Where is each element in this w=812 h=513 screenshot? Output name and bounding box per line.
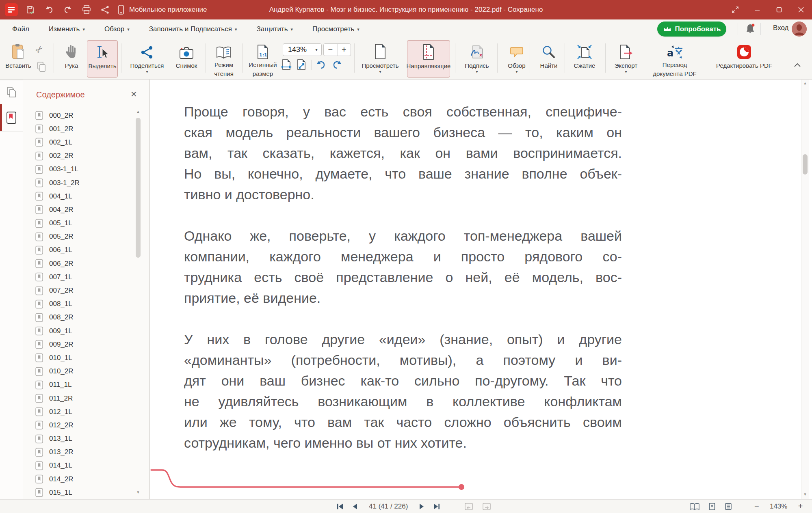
- ink-annotation[interactable]: [150, 463, 475, 495]
- bookmark-item[interactable]: 003-1_1L: [23, 163, 133, 176]
- zoom-combobox[interactable]: 143% ▾: [283, 43, 322, 56]
- document-page[interactable]: Проще говоря, у вас есть своя собственна…: [149, 80, 801, 499]
- copy-button[interactable]: [37, 61, 46, 73]
- maximize-button[interactable]: [768, 0, 790, 19]
- zoom-out-button[interactable]: −: [324, 44, 338, 56]
- previous-page-button[interactable]: [352, 503, 358, 510]
- export-button[interactable]: Экспорт ▾: [608, 40, 643, 78]
- next-page-button[interactable]: [418, 503, 425, 510]
- actual-size-button[interactable]: 1:1 Истинный размер: [245, 40, 281, 78]
- undo-button-toolbar[interactable]: [316, 60, 327, 70]
- bookmark-item[interactable]: 013_1L: [23, 432, 133, 446]
- bookmark-item[interactable]: 002_1L: [23, 136, 133, 149]
- doc-scrollbar-thumb[interactable]: [803, 154, 808, 175]
- page-indicator[interactable]: 41 (41 / 226): [369, 502, 408, 511]
- snapshot-button[interactable]: Снимок: [170, 40, 203, 78]
- last-page-button[interactable]: [433, 503, 440, 510]
- next-view-button[interactable]: [482, 502, 492, 511]
- app-logo-icon[interactable]: [5, 3, 18, 16]
- bookmark-item[interactable]: 006_2R: [23, 257, 133, 270]
- bookmark-item[interactable]: 014_2R: [23, 472, 133, 486]
- bookmark-item[interactable]: 008_1L: [23, 297, 133, 311]
- single-page-view-button[interactable]: [708, 502, 716, 511]
- redo-button-toolbar[interactable]: [331, 60, 342, 70]
- bookmark-item[interactable]: 012_2R: [23, 418, 133, 432]
- bookmark-item[interactable]: 011_1L: [23, 378, 133, 392]
- fit-width-button[interactable]: [280, 59, 292, 71]
- bookmark-item[interactable]: 010_2R: [23, 365, 133, 378]
- menu-item-4[interactable]: Защитить▾: [256, 25, 293, 33]
- scroll-up-arrow[interactable]: ▲: [135, 110, 141, 114]
- status-zoom-value[interactable]: 143%: [767, 502, 790, 511]
- avatar[interactable]: [792, 22, 807, 37]
- signature-button[interactable]: x Подпись ▾: [458, 40, 496, 78]
- doc-scroll-up-arrow[interactable]: ▲: [801, 81, 809, 85]
- minimize-button[interactable]: [746, 0, 768, 19]
- menu-item-2[interactable]: Обзор▾: [104, 25, 130, 33]
- bookmark-item[interactable]: 004_1L: [23, 190, 133, 203]
- collapse-toolbar-button[interactable]: [793, 62, 802, 68]
- bookmark-item[interactable]: 008_2R: [23, 311, 133, 324]
- close-panel-button[interactable]: ✕: [130, 89, 137, 99]
- bookmark-item[interactable]: 004_2R: [23, 203, 133, 216]
- fit-page-button[interactable]: [296, 59, 307, 71]
- paste-button[interactable]: Вставить: [2, 40, 34, 78]
- bookmark-item[interactable]: 005_2R: [23, 230, 133, 244]
- previous-view-button[interactable]: [464, 502, 474, 511]
- menu-item-3[interactable]: Заполнить и Подписаться▾: [149, 25, 237, 33]
- login-label[interactable]: Вход: [773, 24, 788, 32]
- print-button[interactable]: [77, 0, 96, 19]
- tab-thumbnails[interactable]: [0, 80, 23, 104]
- first-page-button[interactable]: [336, 503, 344, 510]
- cut-button[interactable]: ✂: [36, 44, 43, 55]
- two-page-view-button[interactable]: [689, 502, 700, 511]
- read-mode-button[interactable]: Режим чтения: [208, 40, 240, 78]
- select-tool-button[interactable]: Выделить: [87, 40, 118, 78]
- scroll-down-arrow[interactable]: ▼: [135, 490, 141, 494]
- scrollbar-thumb[interactable]: [136, 118, 141, 258]
- bookmark-item[interactable]: 009_1L: [23, 324, 133, 338]
- bookmark-item[interactable]: 001_2R: [23, 122, 133, 136]
- bookmark-item[interactable]: 012_1L: [23, 405, 133, 418]
- status-zoom-out-button[interactable]: −: [754, 502, 759, 511]
- notifications-button[interactable]: [745, 23, 757, 35]
- bookmark-item[interactable]: 015_1L: [23, 486, 133, 499]
- translate-button[interactable]: а Перевод документа PDF: [649, 40, 700, 78]
- share-document-button[interactable]: Поделиться ▾: [126, 40, 168, 78]
- bookmark-item[interactable]: 014_1L: [23, 459, 133, 472]
- undo-button[interactable]: [40, 0, 58, 19]
- edit-pdf-button[interactable]: Редактировать PDF: [707, 40, 782, 78]
- bookmark-item[interactable]: 000_2R: [23, 109, 133, 122]
- bookmark-item[interactable]: 010_1L: [23, 351, 133, 364]
- zoom-in-button[interactable]: +: [338, 44, 351, 56]
- menu-item-5[interactable]: Просмотреть▾: [312, 25, 359, 33]
- bookmark-item[interactable]: 009_2R: [23, 338, 133, 351]
- review-button[interactable]: Обзор ▾: [500, 40, 533, 78]
- view-button[interactable]: Просмотреть ▾: [359, 40, 401, 78]
- bookmark-item[interactable]: 005_1L: [23, 217, 133, 230]
- status-zoom-in-button[interactable]: +: [798, 502, 803, 511]
- menu-item-0[interactable]: Файл: [12, 25, 29, 33]
- share-button[interactable]: [96, 0, 115, 19]
- bookmark-item[interactable]: 007_2R: [23, 284, 133, 297]
- save-button[interactable]: [21, 0, 40, 19]
- doc-scroll-down-arrow[interactable]: ▼: [801, 492, 809, 496]
- bookmark-item[interactable]: 011_2R: [23, 392, 133, 405]
- document-scrollbar[interactable]: [801, 80, 809, 499]
- close-button[interactable]: [790, 0, 812, 19]
- hand-tool-button[interactable]: Рука: [57, 40, 86, 78]
- mobile-app-button[interactable]: Мобильное приложение: [117, 4, 207, 15]
- menu-item-1[interactable]: Изменить▾: [49, 25, 85, 33]
- bookmark-item[interactable]: 013_2R: [23, 446, 133, 459]
- find-button[interactable]: Найти: [533, 40, 565, 78]
- bookmark-item[interactable]: 007_1L: [23, 270, 133, 284]
- redo-button[interactable]: [58, 0, 77, 19]
- fullscreen-button[interactable]: [724, 0, 746, 19]
- try-premium-button[interactable]: Попробовать: [657, 22, 726, 37]
- bookmark-item[interactable]: 003-1_2R: [23, 176, 133, 190]
- bookmark-item[interactable]: 006_1L: [23, 244, 133, 257]
- tab-bookmarks[interactable]: [0, 104, 23, 131]
- bookmark-item[interactable]: 002_2R: [23, 149, 133, 163]
- chevron-down-icon[interactable]: ▾: [312, 47, 321, 52]
- guides-button[interactable]: Направляющие: [407, 40, 450, 78]
